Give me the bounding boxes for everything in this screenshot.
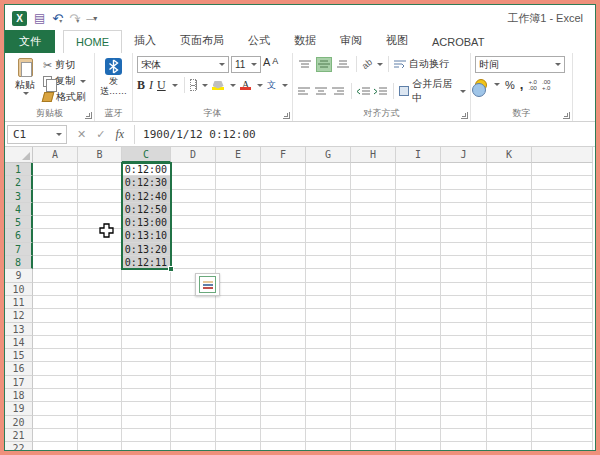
cell-D7[interactable] [171,243,216,256]
cell-partial[interactable] [532,190,593,203]
cell-G3[interactable] [306,190,351,203]
cell-B18[interactable] [78,389,122,402]
cell-K13[interactable] [487,323,532,336]
cell-K14[interactable] [487,336,532,349]
cell-I22[interactable] [396,442,441,450]
row-header-13[interactable]: 13 [5,323,33,336]
cell-G17[interactable] [306,376,351,389]
cell-I8[interactable] [396,256,441,269]
cell-B14[interactable] [78,336,122,349]
cell-F13[interactable] [261,323,306,336]
cell-F4[interactable] [261,203,306,216]
row-header-19[interactable]: 19 [5,402,33,415]
cell-B16[interactable] [78,362,122,375]
increase-decimal-button[interactable]: +.0 .00 [528,79,537,91]
cell-J21[interactable] [441,429,487,442]
cell-B17[interactable] [78,376,122,389]
tab-view[interactable]: 视图 [374,28,420,53]
cell-partial[interactable] [532,336,593,349]
cell-G5[interactable] [306,216,351,229]
cell-partial[interactable] [532,269,593,282]
cell-partial[interactable] [532,243,593,256]
cell-A13[interactable] [33,323,78,336]
row-header-12[interactable]: 12 [5,309,33,322]
cell-J17[interactable] [441,376,487,389]
cell-G4[interactable] [306,203,351,216]
cell-partial[interactable] [532,309,593,322]
cell-K16[interactable] [487,362,532,375]
cell-I11[interactable] [396,296,441,309]
cell-J15[interactable] [441,349,487,362]
cell-D2[interactable] [171,176,216,189]
cell-K7[interactable] [487,243,532,256]
cell-B6[interactable] [78,229,122,242]
cell-D22[interactable] [171,442,216,450]
cell-G21[interactable] [306,429,351,442]
cell-H11[interactable] [351,296,396,309]
cell-B9[interactable] [78,269,122,282]
merge-center-dropdown-icon[interactable] [460,90,466,93]
cell-H14[interactable] [351,336,396,349]
cell-J19[interactable] [441,402,487,415]
cell-J20[interactable] [441,416,487,429]
cell-K15[interactable] [487,349,532,362]
bold-button[interactable]: B [137,78,145,93]
cell-E12[interactable] [216,309,261,322]
cell-A2[interactable] [33,176,78,189]
cell-A22[interactable] [33,442,78,450]
cell-I19[interactable] [396,402,441,415]
cell-E21[interactable] [216,429,261,442]
cell-H4[interactable] [351,203,396,216]
cell-J1[interactable] [441,163,487,176]
cell-F18[interactable] [261,389,306,402]
cell-D12[interactable] [171,309,216,322]
row-header-8[interactable]: 8 [5,256,33,269]
cell-K21[interactable] [487,429,532,442]
cell-B7[interactable] [78,243,122,256]
cell-C9[interactable] [122,269,171,282]
cell-J3[interactable] [441,190,487,203]
cell-K20[interactable] [487,416,532,429]
cell-J5[interactable] [441,216,487,229]
cell-partial[interactable] [532,296,593,309]
row-header-3[interactable]: 3 [5,190,33,203]
font-color-dropdown-icon[interactable] [257,84,263,87]
cell-E17[interactable] [216,376,261,389]
cell-B2[interactable] [78,176,122,189]
cell-E4[interactable] [216,203,261,216]
cell-K1[interactable] [487,163,532,176]
cell-E8[interactable] [216,256,261,269]
comma-style-button[interactable]: , [520,77,524,92]
cell-B13[interactable] [78,323,122,336]
cell-H15[interactable] [351,349,396,362]
tab-home[interactable]: HOME [63,30,122,53]
cell-F16[interactable] [261,362,306,375]
row-header-5[interactable]: 5 [5,216,33,229]
tab-file[interactable]: 文件 [5,30,55,53]
cell-C6[interactable]: 0:13:10 [122,229,171,242]
cell-H22[interactable] [351,442,396,450]
row-header-10[interactable]: 10 [5,283,33,296]
cell-E3[interactable] [216,190,261,203]
column-header-D[interactable]: D [171,147,216,163]
cell-C8[interactable]: 0:12:11 [122,256,171,269]
row-header-21[interactable]: 21 [5,429,33,442]
cell-I7[interactable] [396,243,441,256]
fill-handle[interactable] [168,266,174,272]
cell-B4[interactable] [78,203,122,216]
cell-H20[interactable] [351,416,396,429]
borders-dropdown-icon[interactable] [202,84,208,87]
cell-partial[interactable] [532,323,593,336]
row-header-7[interactable]: 7 [5,243,33,256]
cell-K11[interactable] [487,296,532,309]
cell-partial[interactable] [532,176,593,189]
tab-acrobat[interactable]: ACROBAT [420,31,496,53]
cell-A14[interactable] [33,336,78,349]
cell-H8[interactable] [351,256,396,269]
cell-B5[interactable] [78,216,122,229]
row-header-20[interactable]: 20 [5,416,33,429]
cell-J8[interactable] [441,256,487,269]
cell-J6[interactable] [441,229,487,242]
cell-E13[interactable] [216,323,261,336]
row-header-4[interactable]: 4 [5,203,33,216]
